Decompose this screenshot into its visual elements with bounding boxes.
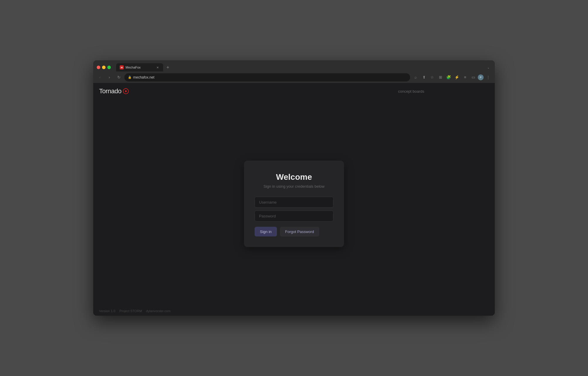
toolbar: ‹ › ↻ 🔒 mechafox.net ⌕ ⬆ ☆ ⊞ 🧩 ⚡ ≡ ▭ P ⋮ <box>93 71 495 83</box>
tab-favicon: M <box>120 65 124 69</box>
logo-text: Tornado <box>99 87 121 95</box>
logo-dot-icon <box>123 88 129 94</box>
bookmark-button[interactable]: ☆ <box>428 74 436 81</box>
footer-project: Project STORM <box>119 309 142 313</box>
traffic-lights <box>97 66 111 69</box>
search-toolbar-button[interactable]: ⌕ <box>412 74 420 81</box>
title-bar: M MechaFox ✕ + ⌄ <box>93 60 495 71</box>
forward-button[interactable]: › <box>106 74 113 81</box>
address-bar[interactable]: 🔒 mechafox.net <box>124 73 410 81</box>
extensions-icon[interactable]: ⊞ <box>437 74 444 81</box>
maximize-window-button[interactable] <box>107 66 111 69</box>
login-title: Welcome <box>255 172 333 182</box>
toolbar-actions: ⌕ ⬆ ☆ ⊞ 🧩 ⚡ ≡ ▭ P ⋮ <box>412 74 492 81</box>
page-content: Tornado concept boards Welcome Sign in u… <box>93 83 495 316</box>
close-window-button[interactable] <box>97 66 100 69</box>
browser-chrome: M MechaFox ✕ + ⌄ ‹ › ↻ 🔒 mechafox.net ⌕ <box>93 60 495 83</box>
page-footer: Version 1.0 Project STORM dylanvorster.c… <box>99 309 171 313</box>
login-subtitle: Sign in using your credentials below <box>255 184 333 189</box>
password-input[interactable] <box>255 211 333 222</box>
minimize-window-button[interactable] <box>102 66 106 69</box>
username-input[interactable] <box>255 197 333 208</box>
sidebar-icon[interactable]: ▭ <box>470 74 477 81</box>
logo: Tornado <box>99 87 129 95</box>
button-row: Sign in Forgot Password <box>255 227 333 237</box>
addon-icon[interactable]: ⚡ <box>453 74 461 81</box>
menu-button[interactable]: ⋮ <box>484 74 492 81</box>
profile-avatar[interactable]: P <box>478 74 484 80</box>
concept-boards-link[interactable]: concept boards <box>398 89 424 94</box>
lock-icon: 🔒 <box>128 76 131 79</box>
forgot-password-button[interactable]: Forgot Password <box>280 227 319 237</box>
tab-close-button[interactable]: ✕ <box>156 65 160 69</box>
browser-tab[interactable]: M MechaFox ✕ <box>116 63 163 71</box>
login-card: Welcome Sign in using your credentials b… <box>244 161 344 247</box>
login-container: Welcome Sign in using your credentials b… <box>244 161 344 247</box>
reload-button[interactable]: ↻ <box>115 74 123 81</box>
share-button[interactable]: ⬆ <box>420 74 428 81</box>
list-icon[interactable]: ≡ <box>461 74 469 81</box>
address-text: mechafox.net <box>133 75 154 79</box>
browser-window: M MechaFox ✕ + ⌄ ‹ › ↻ 🔒 mechafox.net ⌕ <box>93 60 495 316</box>
page-nav: concept boards <box>398 89 424 94</box>
signin-button[interactable]: Sign in <box>255 227 277 237</box>
footer-version: Version 1.0 <box>99 309 115 313</box>
footer-site: dylanvorster.com <box>146 309 171 313</box>
back-button[interactable]: ‹ <box>96 74 104 81</box>
window-minimize-icon[interactable]: ⌄ <box>485 64 491 70</box>
page-header: Tornado concept boards <box>93 83 495 99</box>
puzzle-icon[interactable]: 🧩 <box>445 74 452 81</box>
new-tab-button[interactable]: + <box>164 64 171 71</box>
tabs-row: M MechaFox ✕ + <box>116 63 483 71</box>
window-controls: ⌄ <box>485 64 491 70</box>
tab-title: MechaFox <box>126 66 154 69</box>
